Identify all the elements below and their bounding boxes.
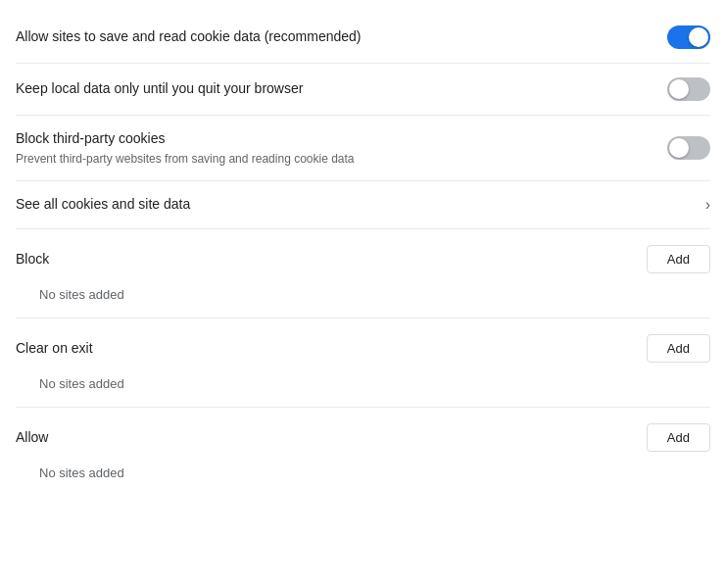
block-section-title: Block — [16, 251, 49, 267]
keep-local-data-row: Keep local data only until you quit your… — [16, 64, 710, 116]
block-empty-label: No sites added — [16, 281, 710, 318]
allow-add-button[interactable]: Add — [647, 423, 710, 452]
allow-cookies-toggle[interactable] — [667, 25, 710, 49]
keep-local-data-toggle[interactable] — [667, 77, 710, 101]
clear-on-exit-empty-label: No sites added — [16, 370, 710, 408]
block-section-header: Block Add — [16, 229, 710, 281]
settings-page: Allow sites to save and read cookie data… — [0, 0, 726, 508]
clear-on-exit-section-title: Clear on exit — [16, 340, 93, 356]
block-third-party-toggle[interactable] — [667, 136, 710, 160]
block-third-party-text: Block third-party cookies Prevent third-… — [16, 129, 667, 167]
see-all-cookies-row[interactable]: See all cookies and site data › — [16, 181, 710, 229]
clear-on-exit-add-button[interactable]: Add — [647, 334, 710, 363]
keep-local-data-text: Keep local data only until you quit your… — [16, 79, 667, 99]
block-third-party-description: Prevent third-party websites from saving… — [16, 151, 652, 168]
allow-cookies-row: Allow sites to save and read cookie data… — [16, 12, 710, 64]
allow-section-header: Allow Add — [16, 408, 710, 460]
block-add-button[interactable]: Add — [647, 245, 710, 273]
allow-cookies-label: Allow sites to save and read cookie data… — [16, 27, 652, 47]
chevron-right-icon: › — [705, 196, 710, 214]
allow-cookies-text: Allow sites to save and read cookie data… — [16, 27, 667, 47]
clear-on-exit-section-header: Clear on exit Add — [16, 318, 710, 370]
see-all-cookies-label: See all cookies and site data — [16, 195, 190, 215]
allow-section-title: Allow — [16, 429, 48, 445]
keep-local-data-label: Keep local data only until you quit your… — [16, 79, 652, 99]
block-third-party-label: Block third-party cookies — [16, 129, 652, 149]
allow-empty-label: No sites added — [16, 460, 710, 496]
block-third-party-row: Block third-party cookies Prevent third-… — [16, 116, 710, 181]
